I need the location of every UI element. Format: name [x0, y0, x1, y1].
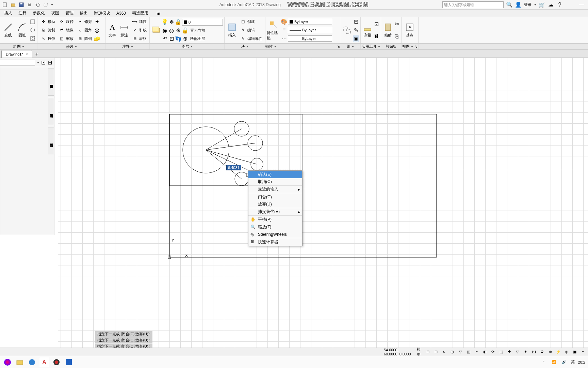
linear-button[interactable]: ⟷线性 [130, 19, 148, 25]
ctx-recent-input[interactable]: 最近的输入▸ [248, 186, 302, 193]
array-button[interactable]: ⊞阵列 [76, 35, 93, 42]
panel-label-draw[interactable]: 绘图 [13, 44, 21, 49]
color-dropdown[interactable]: ByLayer [288, 19, 332, 25]
save-icon[interactable] [18, 2, 24, 8]
offset-icon[interactable]: ◎ [94, 27, 100, 33]
copy-clip-icon[interactable]: ⎘ [394, 33, 400, 40]
menu-output[interactable]: 输出 [77, 10, 91, 17]
cut-icon[interactable]: ✂ [394, 21, 400, 27]
help-search-input[interactable] [442, 1, 504, 8]
polyline-icon[interactable] [30, 19, 36, 25]
layer-thaw-icon[interactable]: ☀ [175, 28, 181, 34]
ctx-undo[interactable]: 放弃(U) [248, 201, 302, 208]
palette-dropdown[interactable] [0, 60, 35, 66]
selection-filter-icon[interactable]: ▽ [515, 349, 520, 355]
panel-label-properties[interactable]: 特性 [265, 44, 273, 49]
hardware-accel-icon[interactable]: ⚡ [556, 349, 561, 355]
menu-parametric[interactable]: 参数化 [30, 10, 48, 17]
open-icon[interactable] [10, 2, 16, 8]
ortho-toggle-icon[interactable]: ⊾ [442, 349, 446, 355]
osnap-toggle-icon[interactable]: ◫ [466, 349, 471, 355]
annotation-scale[interactable]: 1:1 [531, 350, 536, 354]
color-icon[interactable]: 🎨 [281, 19, 287, 25]
layer-isolate-icon[interactable]: ◎ [168, 28, 175, 34]
hatch-icon[interactable] [30, 35, 36, 42]
palette-tool1-icon[interactable]: ⊡ [41, 59, 46, 66]
layer-match-button[interactable]: 匹配图层 [189, 36, 207, 42]
layer-prev-icon[interactable]: ↶ [162, 36, 168, 42]
menu-view[interactable]: 视图 [48, 10, 62, 17]
panel-label-modify[interactable]: 修改 [66, 44, 74, 49]
search-icon[interactable]: 🔍 [506, 2, 512, 8]
tool-palette[interactable]: ⊡ ⊞ 最近使用的图块 最进使用的画 模板简图 [0, 58, 54, 235]
quick-calc-icon[interactable]: 🖩 [373, 33, 379, 40]
match-properties-button[interactable]: 特性匹配 [267, 18, 280, 43]
scale-button[interactable]: ◱缩放 [57, 35, 75, 42]
palette-tab-recent-draw[interactable]: 最进使用的画 [48, 98, 54, 125]
customize-icon[interactable]: ≡ [581, 349, 585, 355]
menu-expand-icon[interactable]: ▣ [155, 10, 161, 16]
login-dropdown-icon[interactable] [534, 4, 536, 5]
annotation-monitor-icon[interactable]: ⊕ [548, 349, 553, 355]
polar-toggle-icon[interactable]: ◷ [450, 349, 455, 355]
create-block-button[interactable]: ◫创建 [239, 19, 264, 25]
linetype-dropdown[interactable]: ———ByLayer [288, 35, 332, 42]
layer-freeze-icon[interactable]: ❄ [168, 19, 175, 25]
ctx-cancel[interactable]: 取消(C) [248, 178, 302, 186]
layer-unlock-icon[interactable]: 🔓 [182, 28, 188, 34]
layer-dropdown[interactable]: 0 [182, 19, 223, 26]
fillet-button[interactable]: ◟圆角 [76, 27, 93, 33]
linetype-icon[interactable]: ⋯ [281, 35, 287, 42]
login-button[interactable]: 登录 [524, 2, 532, 7]
panel-label-utilities[interactable]: 实用工具 [362, 44, 377, 49]
ime-indicator[interactable]: 英 [571, 359, 575, 365]
layer-bulb-icon[interactable]: 💡 [162, 19, 168, 25]
menu-insert[interactable]: 插入 [1, 10, 15, 17]
user-icon[interactable]: 👤 [515, 2, 521, 8]
menu-featured[interactable]: 精选应用 [129, 10, 151, 17]
layer-current-button[interactable]: 置为当前 [189, 28, 207, 34]
mirror-button[interactable]: ⇄镜像 [57, 27, 75, 33]
group-select-icon[interactable]: ▣ [353, 35, 359, 42]
explorer-icon[interactable] [15, 357, 24, 367]
snap-toggle-icon[interactable]: ⊡ [434, 349, 438, 355]
palette-tab-templates[interactable]: 模板简图 [48, 127, 54, 154]
ungroup-icon[interactable]: ⊟ [353, 19, 359, 25]
workspace-icon[interactable]: ⚙ [540, 349, 544, 355]
palette-dropdown-icon[interactable] [37, 62, 39, 63]
ctx-steering-wheels[interactable]: ◎SteeringWheels [248, 231, 302, 238]
ctx-close[interactable]: 闭合(C) [248, 193, 302, 201]
panel-label-clipboard[interactable]: 剪贴板 [386, 44, 397, 49]
undo-icon[interactable] [35, 2, 41, 8]
grid-toggle-icon[interactable]: ⊞ [425, 349, 430, 355]
panel-label-layers[interactable]: 图层 [182, 44, 189, 49]
print-icon[interactable] [27, 2, 33, 8]
start-icon[interactable] [3, 357, 12, 367]
rotate-button[interactable]: ⟳旋转 [57, 19, 75, 25]
new-icon[interactable] [2, 2, 8, 8]
layer-walk-icon[interactable]: 👣 [175, 36, 181, 42]
lineweight-dropdown[interactable]: ———ByLayer [288, 27, 332, 33]
drawing-canvas[interactable]: Y X 6.4031 [58, 58, 588, 348]
minimize-icon[interactable]: — [578, 2, 585, 8]
text-button[interactable]: A文字 [107, 18, 118, 43]
close-tab-icon[interactable]: × [26, 52, 28, 56]
layer-state-icon[interactable]: ⊡ [168, 36, 175, 42]
insert-block-button[interactable]: 插入 [226, 18, 238, 43]
arc-button[interactable]: 圆弧 [16, 18, 29, 43]
ctx-pan[interactable]: ✋平移(P) [248, 216, 302, 223]
gizmo-icon[interactable]: ✦ [523, 349, 528, 355]
bandicam-app-icon[interactable] [52, 357, 61, 367]
menu-manage[interactable]: 管理 [63, 10, 76, 17]
lineweight-icon[interactable]: ≡ [281, 27, 287, 33]
panel-label-groups[interactable]: 组 [347, 44, 350, 49]
transparency-toggle-icon[interactable]: ◐ [483, 349, 487, 355]
3dosnap-toggle-icon[interactable]: ⬚ [499, 349, 504, 355]
line-button[interactable]: 直线 [1, 18, 15, 43]
panel-label-view[interactable]: 视图 [402, 44, 410, 49]
wifi-icon[interactable]: 📶 [551, 359, 557, 366]
select-all-icon[interactable]: ⊡ [373, 21, 379, 27]
edit-block-button[interactable]: ✎编辑 [239, 27, 264, 33]
ctx-zoom[interactable]: 🔍缩放(Z) [248, 223, 302, 231]
a360-icon[interactable]: ☁ [548, 2, 554, 8]
